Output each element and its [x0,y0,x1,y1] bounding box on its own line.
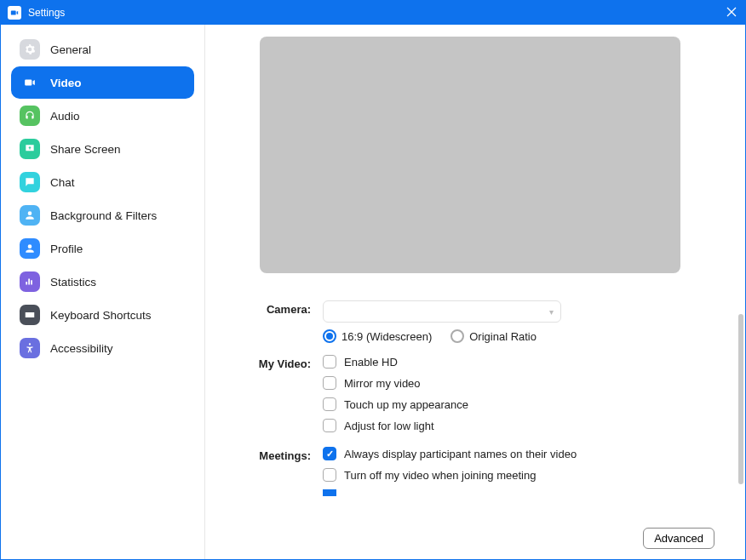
meetings-label: Meetings: [231,447,323,462]
headphone-icon [20,106,40,126]
settings-window: Settings General Video [0,0,746,560]
app-icon [8,6,21,20]
radio-label: 16:9 (Widescreen) [341,330,432,343]
checkbox-label: Turn off my video when joining meeting [344,469,536,482]
sidebar-item-statistics[interactable]: Statistics [11,266,194,298]
checkbox-label: Touch up my appearance [344,398,468,411]
nav-label: General [50,43,91,56]
nav-label: Accessibility [50,342,113,355]
checkbox-icon [323,468,336,482]
sidebar-item-keyboard-shortcuts[interactable]: Keyboard Shortcuts [11,299,194,331]
radio-icon [450,329,464,343]
accessibility-icon [20,338,40,358]
content-area: General Video Audio Share Screen [1,25,745,559]
titlebar: Settings [1,1,745,25]
sidebar: General Video Audio Share Screen [1,25,205,559]
sidebar-item-accessibility[interactable]: Accessibility [11,332,194,364]
nav-label: Video [50,77,82,89]
checkbox-icon [323,355,336,369]
gear-icon [20,39,40,60]
camera-dropdown[interactable]: ▾ [323,300,561,323]
checkbox-icon [323,397,336,411]
checkbox-icon [323,419,336,432]
sidebar-item-profile[interactable]: Profile [11,232,194,265]
chat-icon [20,172,40,192]
window-title: Settings [28,7,65,19]
display-names-checkbox[interactable]: Always display participant names on thei… [323,447,708,460]
touch-up-checkbox[interactable]: Touch up my appearance [323,397,708,411]
nav-label: Statistics [50,276,96,289]
sidebar-item-share-screen[interactable]: Share Screen [11,133,194,165]
sidebar-item-background-filters[interactable]: Background & Filters [11,199,194,231]
checkbox-icon [323,376,336,390]
nav-label: Audio [50,110,80,123]
camera-label: Camera: [231,300,323,316]
share-screen-icon [20,139,40,159]
checkbox-icon [323,489,336,496]
sidebar-item-general[interactable]: General [11,33,194,66]
meetings-section: Meetings: Always display participant nam… [231,447,708,496]
enable-hd-checkbox[interactable]: Enable HD [323,355,708,369]
stats-icon [20,271,40,292]
vertical-scrollbar[interactable] [738,314,743,484]
video-preview [260,37,680,273]
checkbox-label: Mirror my video [344,377,421,390]
sidebar-item-video[interactable]: Video [11,66,194,99]
person-icon [20,205,40,226]
ratio-169-radio[interactable]: 16:9 (Widescreen) [323,329,432,343]
truncated-checkbox-row[interactable] [323,489,708,496]
mirror-video-checkbox[interactable]: Mirror my video [323,376,708,390]
nav-label: Keyboard Shortcuts [50,309,152,322]
sidebar-item-audio[interactable]: Audio [11,100,194,132]
nav-label: Background & Filters [50,209,157,222]
profile-icon [20,238,40,259]
myvideo-section: My Video: Enable HD Mirror my video [231,355,708,440]
advanced-button[interactable]: Advanced [643,528,714,549]
checkbox-label: Always display participant names on thei… [344,448,577,460]
close-button[interactable] [725,5,738,19]
radio-label: Original Ratio [469,330,537,343]
myvideo-label: My Video: [231,355,323,370]
keyboard-icon [20,305,40,325]
camera-section: Camera: ▾ 16:9 (Widescreen) [231,300,708,343]
checkbox-label: Adjust for low light [344,420,434,432]
nav-label: Chat [50,176,75,189]
nav-label: Share Screen [50,143,121,156]
low-light-checkbox[interactable]: Adjust for low light [323,419,708,432]
chevron-down-icon: ▾ [549,307,554,317]
checkbox-label: Enable HD [344,356,398,369]
turn-off-video-checkbox[interactable]: Turn off my video when joining meeting [323,468,708,482]
ratio-original-radio[interactable]: Original Ratio [450,329,537,343]
sidebar-item-chat[interactable]: Chat [11,166,194,198]
radio-icon [323,329,336,343]
nav-label: Profile [50,243,83,255]
main-panel: Camera: ▾ 16:9 (Widescreen) [205,25,745,559]
checkbox-icon [323,447,336,460]
video-icon [20,72,40,93]
